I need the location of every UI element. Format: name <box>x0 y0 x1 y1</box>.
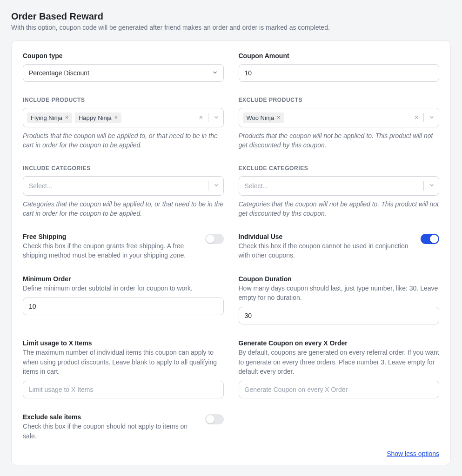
field-free-shipping: Free Shipping Check this box if the coup… <box>23 233 224 260</box>
select-placeholder: Select... <box>243 182 268 190</box>
tag-remove-icon[interactable]: × <box>114 114 118 121</box>
field-generate-every: Generate Coupon on every X Order By defa… <box>239 339 440 398</box>
field-coupon-amount: Coupon Amount <box>239 52 440 82</box>
coupon-duration-label: Coupon Duration <box>239 275 440 283</box>
tag-label: Woo Ninja <box>247 114 275 121</box>
generate-every-label: Generate Coupon on every X Order <box>239 339 440 347</box>
chevron-down-icon[interactable] <box>213 114 220 122</box>
field-minimum-order: Minimum Order Define minimum order subto… <box>23 275 224 325</box>
include-products-help: Products that the coupon will be applied… <box>23 131 224 150</box>
tag-item: Flying Ninja × <box>27 112 72 123</box>
field-coupon-duration: Coupon Duration How many days coupon sho… <box>239 275 440 325</box>
tag-remove-icon[interactable]: × <box>277 114 280 121</box>
tag-remove-icon[interactable]: × <box>65 114 68 121</box>
exclude-products-select[interactable]: Woo Ninja × × <box>239 108 440 127</box>
settings-card: Coupon type Percentage Discount Coupon A… <box>11 40 451 465</box>
clear-icon[interactable]: × <box>415 113 419 122</box>
field-exclude-categories: EXCLUDE CATEGORIES Select... Categories … <box>239 165 440 218</box>
generate-every-input[interactable] <box>239 381 440 398</box>
show-less-link[interactable]: Show less options <box>387 450 439 457</box>
divider <box>208 113 208 122</box>
coupon-amount-label: Coupon Amount <box>239 52 440 60</box>
coupon-type-label: Coupon type <box>23 52 224 60</box>
individual-use-desc: Check this box if the coupon cannot be u… <box>239 241 414 260</box>
exclude-products-label: EXCLUDE PRODUCTS <box>239 97 440 103</box>
divider <box>423 181 424 191</box>
individual-use-label: Individual Use <box>239 233 414 240</box>
tag-label: Flying Ninja <box>31 114 62 121</box>
tag-label: Happy Ninja <box>79 114 112 121</box>
include-categories-label: INCLUDE CATEGORIES <box>23 165 224 172</box>
exclude-products-help: Products that the coupon will not be app… <box>239 131 440 150</box>
exclude-sale-desc: Check this box if the coupon should not … <box>23 422 198 441</box>
exclude-categories-help: Categories that the coupon will not be a… <box>239 199 440 218</box>
minimum-order-label: Minimum Order <box>23 275 224 283</box>
divider <box>423 113 424 122</box>
exclude-sale-toggle[interactable] <box>205 414 224 424</box>
include-products-select[interactable]: Flying Ninja × Happy Ninja × × <box>23 108 224 127</box>
field-exclude-sale: Exclude sale items Check this box if the… <box>23 413 224 441</box>
chevron-down-icon[interactable] <box>429 182 435 190</box>
field-coupon-type: Coupon type Percentage Discount <box>23 52 224 82</box>
chevron-down-icon[interactable] <box>213 182 220 190</box>
field-exclude-products: EXCLUDE PRODUCTS Woo Ninja × × Products … <box>239 97 440 150</box>
individual-use-toggle[interactable] <box>421 234 439 244</box>
spacer <box>239 413 440 441</box>
include-categories-select[interactable]: Select... <box>23 176 224 196</box>
coupon-duration-desc: How many days coupon should last, just t… <box>239 284 440 303</box>
limit-usage-input[interactable] <box>23 381 224 398</box>
minimum-order-input[interactable] <box>23 298 224 315</box>
field-individual-use: Individual Use Check this box if the cou… <box>239 233 440 260</box>
exclude-sale-label: Exclude sale items <box>23 413 198 421</box>
include-products-label: INCLUDE PRODUCTS <box>23 97 224 103</box>
coupon-duration-input[interactable] <box>239 307 440 324</box>
generate-every-desc: By default, coupons are generated on eve… <box>239 348 440 376</box>
free-shipping-label: Free Shipping <box>23 233 198 240</box>
minimum-order-desc: Define minimum order subtotal in order f… <box>23 284 224 293</box>
exclude-categories-label: EXCLUDE CATEGORIES <box>239 165 440 172</box>
field-include-categories: INCLUDE CATEGORIES Select... Categories … <box>23 165 224 218</box>
limit-usage-desc: The maximum number of individual items t… <box>23 348 224 376</box>
page-title: Order Based Reward <box>11 11 451 22</box>
tag-item: Happy Ninja × <box>75 112 121 123</box>
coupon-amount-input[interactable] <box>239 64 440 82</box>
exclude-categories-select[interactable]: Select... <box>239 176 440 196</box>
clear-icon[interactable]: × <box>199 113 203 122</box>
limit-usage-label: Limit usage to X Items <box>23 339 224 347</box>
include-categories-help: Categories that the coupon will be appli… <box>23 199 224 218</box>
select-placeholder: Select... <box>27 182 53 190</box>
field-limit-usage: Limit usage to X Items The maximum numbe… <box>23 339 224 398</box>
free-shipping-toggle[interactable] <box>205 234 224 244</box>
free-shipping-desc: Check this box if the coupon grants free… <box>23 241 198 260</box>
tag-item: Woo Ninja × <box>243 112 284 123</box>
page-header: Order Based Reward With this option, cou… <box>11 11 451 31</box>
page-subtitle: With this option, coupon code will be ge… <box>11 24 451 31</box>
footer: Show less options <box>23 450 439 457</box>
chevron-down-icon[interactable] <box>429 114 435 122</box>
divider <box>208 181 208 191</box>
coupon-type-select[interactable]: Percentage Discount <box>23 64 224 82</box>
field-include-products: INCLUDE PRODUCTS Flying Ninja × Happy Ni… <box>23 97 224 150</box>
